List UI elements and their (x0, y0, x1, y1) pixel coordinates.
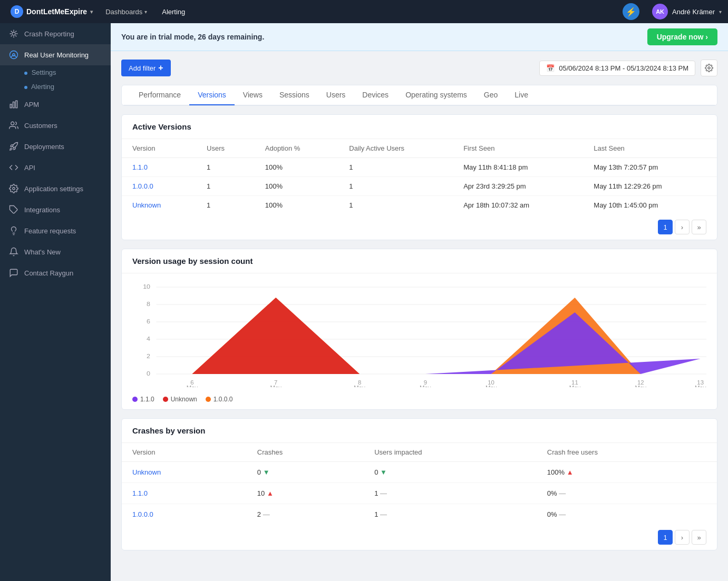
trial-days: 26 days remaining. (198, 33, 264, 41)
page-next-btn[interactable]: › (675, 220, 690, 234)
brand-name: DontLetMeExpire (26, 7, 87, 16)
crashes-page-next-btn[interactable]: › (675, 530, 690, 545)
crashes-row: 1.1.0 10 ▲ 1 — 0% — (122, 483, 717, 504)
legend-label-110: 1.1.0 (140, 396, 154, 403)
alerting-menu[interactable]: Alerting (156, 5, 191, 19)
avatar: AK (652, 4, 668, 19)
chart-settings-button[interactable] (701, 60, 717, 76)
page-last-btn[interactable]: » (692, 220, 706, 234)
main-content: You are in trial mode, 26 days remaining… (111, 23, 728, 581)
version-cell: Unknown (122, 196, 196, 215)
page-1-btn[interactable]: 1 (658, 220, 673, 234)
crashes-page-last-btn[interactable]: » (692, 530, 706, 545)
lightning-icon: ⚡ (626, 7, 636, 17)
users-cell: 1 — (364, 483, 537, 504)
sidebar-item-customers[interactable]: Customers (0, 115, 111, 136)
page-tabs: Performance Versions Views Sessions User… (122, 85, 717, 105)
version-link[interactable]: Unknown (132, 201, 161, 209)
sidebar-label: Contact Raygun (24, 269, 73, 277)
active-versions-table: Version Users Adoption % Daily Active Us… (122, 139, 717, 214)
crashes-by-version-card: Crashes by version Version Crashes Users… (121, 418, 717, 550)
sidebar-item-integrations[interactable]: Integrations (0, 199, 111, 220)
trial-bar: You are in trial mode, 26 days remaining… (111, 23, 728, 51)
sidebar-item-contact[interactable]: Contact Raygun (0, 262, 111, 283)
table-row: 1.1.0 1 100% 1 May 11th 8:41:18 pm May 1… (122, 158, 717, 177)
trend-down-icon: ▼ (380, 468, 387, 476)
sidebar-item-whats-new[interactable]: What's New (0, 241, 111, 262)
legend-label-unknown: Unknown (171, 396, 197, 403)
tab-versions[interactable]: Versions (189, 85, 235, 105)
add-filter-button[interactable]: Add filter + (121, 60, 171, 76)
table-row: Unknown 1 100% 1 Apr 18th 10:07:32 am Ma… (122, 196, 717, 215)
users-icon (8, 120, 19, 131)
tab-performance[interactable]: Performance (130, 85, 189, 105)
col-dau: Daily Active Users (338, 139, 453, 158)
lightning-icon-btn[interactable]: ⚡ (623, 3, 639, 20)
date-range-picker[interactable]: 📅 05/06/2024 8:13 PM - 05/13/2024 8:13 P… (539, 61, 695, 76)
version-cell: 1.1.0 (122, 483, 247, 504)
tab-users[interactable]: Users (318, 85, 354, 105)
sidebar-item-api[interactable]: API (0, 157, 111, 178)
upgrade-button[interactable]: Upgrade now › (647, 28, 717, 45)
last-seen-cell: May 13th 7:20:57 pm (583, 158, 717, 177)
crashes-cell: 2 — (247, 504, 364, 525)
sidebar-item-deployments[interactable]: Deployments (0, 136, 111, 157)
version-cell: 1.0.0.0 (122, 504, 247, 525)
lightbulb-icon (8, 225, 19, 236)
users-cell: 0 ▼ (364, 462, 537, 483)
main-layout: Crash Reporting Real User Monitoring Set… (0, 23, 728, 581)
crashes-page-1-btn[interactable]: 1 (658, 530, 673, 545)
brand-logo[interactable]: D DontLetMeExpire ▾ (6, 5, 97, 18)
svg-text:May: May (270, 385, 282, 387)
svg-point-6 (13, 188, 15, 190)
sidebar-item-settings[interactable]: Settings (0, 65, 111, 80)
crashes-col-free: Crash free users (537, 443, 717, 462)
legend-item-1000: 1.0.0.0 (206, 396, 233, 403)
crashes-table: Version Crashes Users impacted Crash fre… (122, 443, 717, 525)
dau-cell: 1 (338, 177, 453, 196)
version-link[interactable]: 1.0.0.0 (132, 182, 153, 190)
version-cell: 1.0.0.0 (122, 177, 196, 196)
version-link[interactable]: 1.1.0 (132, 163, 148, 171)
chart-title: Version usage by session count (122, 249, 717, 273)
sidebar-label: Deployments (24, 143, 64, 151)
tab-live[interactable]: Live (506, 85, 537, 105)
crashes-col-crashes: Crashes (247, 443, 364, 462)
sidebar-item-feature-requests[interactable]: Feature requests (0, 220, 111, 241)
tab-sessions[interactable]: Sessions (271, 85, 318, 105)
dashboards-menu[interactable]: Dashboards ▾ (99, 5, 153, 19)
legend-dot-unknown (163, 397, 168, 402)
svg-text:2: 2 (147, 353, 150, 359)
version-link[interactable]: Unknown (132, 468, 161, 476)
sidebar-item-apm[interactable]: APM (0, 94, 111, 115)
svg-text:May: May (569, 385, 581, 387)
date-range-value: 05/06/2024 8:13 PM - 05/13/2024 8:13 PM (559, 64, 688, 72)
users-cell: 1 — (364, 504, 537, 525)
sidebar-item-rum[interactable]: Real User Monitoring (0, 44, 111, 65)
active-versions-card: Active Versions Version Users Adoption %… (121, 114, 717, 240)
svg-text:May: May (187, 385, 198, 387)
sidebar-item-app-settings[interactable]: Application settings (0, 178, 111, 199)
tab-views[interactable]: Views (235, 85, 271, 105)
version-link[interactable]: 1.0.0.0 (132, 510, 153, 518)
username: André Krämer (672, 8, 715, 16)
chat-icon (8, 268, 19, 278)
free-cell: 0% — (537, 504, 717, 525)
svg-point-5 (11, 122, 14, 125)
sidebar-item-alerting[interactable]: Alerting (0, 80, 111, 94)
tab-operating-systems[interactable]: Operating systems (397, 85, 475, 105)
user-menu[interactable]: AK André Krämer ▾ (652, 4, 722, 19)
plus-icon: + (158, 63, 163, 73)
version-link[interactable]: 1.1.0 (132, 489, 148, 497)
bell-icon (8, 247, 19, 257)
sidebar-label: Application settings (24, 185, 83, 193)
legend-item-unknown: Unknown (163, 396, 197, 403)
sidebar-item-crash-reporting[interactable]: Crash Reporting (0, 23, 111, 44)
crashes-col-users: Users impacted (364, 443, 537, 462)
legend-dot-1000 (206, 397, 211, 402)
tab-geo[interactable]: Geo (475, 85, 506, 105)
arrow-icon: › (705, 33, 708, 41)
crashes-cell: 0 ▼ (247, 462, 364, 483)
last-seen-cell: May 10th 1:45:00 pm (583, 196, 717, 215)
tab-devices[interactable]: Devices (354, 85, 397, 105)
